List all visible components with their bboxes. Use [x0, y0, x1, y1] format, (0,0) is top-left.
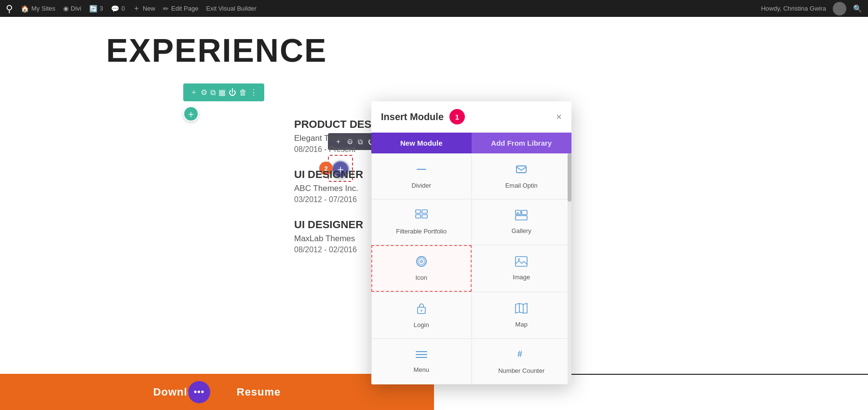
module-image[interactable]: Image — [472, 245, 572, 292]
module-grid: Divider Email Optin — [371, 153, 571, 384]
menu-label: Menu — [413, 366, 429, 373]
row-settings-icon[interactable]: ⚙ — [201, 88, 207, 97]
module-number-counter[interactable]: # Number Counter — [472, 339, 572, 384]
svg-rect-2 — [416, 210, 420, 213]
svg-point-14 — [518, 259, 520, 261]
edit-page-link[interactable]: ✏ Edit Page — [163, 5, 198, 13]
menu-icon — [415, 350, 428, 362]
module-icon[interactable]: Icon — [371, 245, 472, 292]
add-section-button-left[interactable]: ＋ — [183, 106, 199, 122]
row-grid-icon[interactable]: ▦ — [218, 88, 226, 97]
dots-icon: ••• — [194, 387, 204, 397]
svg-point-11 — [420, 260, 423, 263]
my-sites-link[interactable]: 🏠 My Sites — [21, 5, 55, 13]
divi-link[interactable]: ◉ Divi — [63, 5, 81, 12]
panel-badge-1: 1 — [449, 109, 465, 124]
howdy-text: Howdy, Christina Gwira — [761, 5, 826, 12]
panel-title-row: Insert Module 1 — [381, 109, 465, 124]
svg-rect-0 — [417, 169, 426, 170]
comments-link[interactable]: 💬 0 — [111, 5, 125, 13]
row-duplicate-icon[interactable]: ⧉ — [210, 88, 216, 97]
counter-icon: # — [515, 349, 527, 363]
email-icon — [515, 164, 527, 178]
svg-rect-3 — [422, 210, 427, 213]
map-label: Map — [515, 321, 528, 328]
left-column — [29, 133, 309, 190]
panel-scrollbar-thumb[interactable] — [568, 153, 571, 202]
page-content: EXPERIENCE ＋ ⚙ ⧉ ▦ ⏻ 🗑 ⋮ ＋ ＋ ⚙ ⧉ ⏻ 🗑 ⋮ — [0, 17, 868, 410]
updates-link[interactable]: 🔄 3 — [89, 5, 103, 13]
admin-bar-right: Howdy, Christina Gwira 🔍 — [761, 2, 862, 15]
image-label: Image — [513, 273, 530, 281]
row-toolbar-left: ＋ ⚙ ⧉ ▦ ⏻ 🗑 ⋮ — [183, 83, 264, 101]
image-icon — [515, 256, 528, 270]
svg-rect-4 — [416, 215, 420, 218]
login-icon — [416, 302, 427, 317]
admin-bar: ⚲ 🏠 My Sites ◉ Divi 🔄 3 💬 0 ＋ New ✏ Edit… — [0, 0, 868, 17]
module-divider[interactable]: Divider — [371, 153, 472, 199]
module-email-optin[interactable]: Email Optin — [472, 153, 572, 199]
wp-logo[interactable]: ⚲ — [6, 3, 13, 14]
counter-label: Number Counter — [498, 367, 544, 374]
svg-rect-8 — [515, 216, 527, 220]
svg-rect-13 — [515, 257, 527, 266]
search-icon[interactable]: 🔍 — [853, 4, 862, 13]
insert-module-panel: Insert Module 1 × New Module Add From Li… — [371, 101, 571, 384]
module-login[interactable]: Login — [371, 292, 472, 339]
svg-rect-5 — [422, 215, 427, 218]
divider-label: Divider — [412, 182, 431, 189]
gallery-icon — [515, 210, 528, 223]
panel-close-button[interactable]: × — [556, 112, 562, 122]
exit-vb-link[interactable]: Exit Visual Builder — [206, 5, 257, 12]
gallery-label: Gallery — [512, 227, 531, 234]
panel-tabs: New Module Add From Library — [371, 133, 571, 153]
portfolio-label: Filterable Portfolio — [396, 228, 447, 235]
login-label: Login — [414, 321, 429, 328]
divider-icon — [416, 164, 427, 178]
panel-title: Insert Module — [381, 111, 444, 123]
resume-text: Resume — [237, 386, 281, 398]
row-more-icon[interactable]: ⋮ — [250, 88, 258, 97]
new-link[interactable]: ＋ New — [133, 3, 155, 14]
panel-header: Insert Module 1 × — [371, 101, 571, 133]
tab-new-module[interactable]: New Module — [371, 133, 472, 153]
email-optin-label: Email Optin — [505, 182, 538, 189]
download-resume-button[interactable]: Download ••• Resume — [0, 374, 434, 410]
panel-scrollbar-track[interactable] — [568, 153, 571, 384]
module-filterable-portfolio[interactable]: Filterable Portfolio — [371, 199, 472, 245]
portfolio-icon — [415, 209, 428, 224]
tab-add-from-library[interactable]: Add From Library — [472, 133, 572, 153]
module-gallery[interactable]: Gallery — [472, 199, 572, 245]
row-delete-icon[interactable]: 🗑 — [239, 88, 247, 97]
icon-label: Icon — [415, 274, 427, 281]
row-power-icon[interactable]: ⏻ — [229, 88, 236, 97]
svg-text:#: # — [517, 349, 522, 359]
download-dots-button[interactable]: ••• — [188, 381, 210, 403]
module-map[interactable]: Map — [472, 292, 572, 339]
svg-point-16 — [420, 310, 422, 312]
svg-rect-1 — [516, 166, 526, 173]
module-menu[interactable]: Menu — [371, 339, 472, 384]
icon-module-icon — [416, 256, 427, 270]
map-icon — [515, 302, 528, 317]
page-title: EXPERIENCE — [106, 31, 839, 69]
svg-rect-7 — [522, 210, 527, 215]
row-add-icon[interactable]: ＋ — [190, 87, 198, 97]
